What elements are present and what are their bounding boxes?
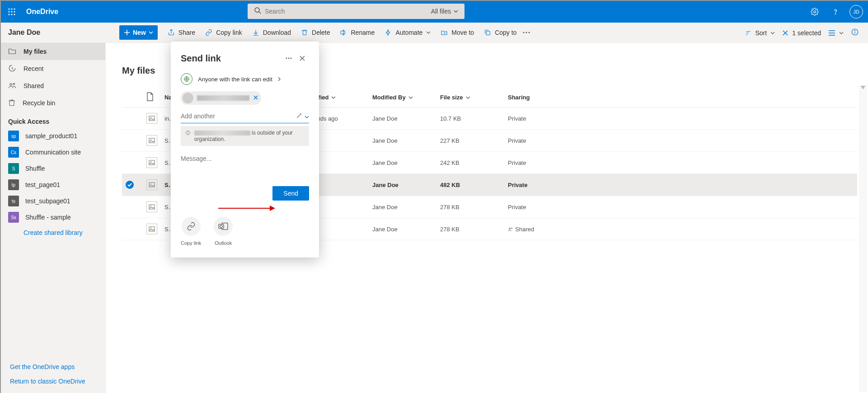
automate-icon [385,29,392,36]
return-classic-link[interactable]: Return to classic OneDrive [10,378,105,385]
close-icon [782,30,788,36]
svg-point-51 [509,228,511,229]
get-onedrive-apps-link[interactable]: Get the OneDrive apps [10,363,105,370]
cmd-label: Delete [312,29,330,36]
send-button[interactable]: Send [272,186,309,201]
clock-icon [8,64,16,74]
col-modified-by[interactable]: Modified By [369,88,436,108]
view-button[interactable] [828,30,844,36]
svg-point-55 [291,58,292,59]
cmd-share[interactable]: Share [168,29,195,36]
svg-rect-43 [149,160,155,165]
help-button[interactable] [826,1,845,23]
copy-link-icon [182,217,201,236]
copy-to-icon [484,29,491,36]
account-name[interactable]: Jane Doe [8,28,119,37]
qa-item[interactable]: tstest_subpage01 [1,193,105,209]
svg-point-36 [854,30,855,31]
info-icon [851,28,859,36]
edit-permission-button[interactable] [296,112,303,120]
remove-recipient-button[interactable] [253,94,258,102]
cell-sharing: Shared [508,226,534,233]
cmd-move-to[interactable]: Move to [441,29,474,36]
vertical-scrollbar[interactable] [859,85,867,392]
create-shared-library-link[interactable]: Create shared library [1,229,105,236]
svg-point-4 [11,11,12,12]
new-button[interactable]: New [119,25,158,40]
qa-item[interactable]: spsample_product01 [1,128,105,144]
search-box[interactable]: All files [248,4,464,19]
cmd-copy-to[interactable]: Copy to [484,29,516,36]
site-tile-icon: S [8,163,19,174]
image-file-icon [146,224,157,234]
qa-item[interactable]: SsShuffle - sample [1,209,105,225]
nav-item-label: Recent [23,65,43,72]
svg-point-5 [14,11,15,12]
cell-sharing: Private [508,115,526,122]
message-input[interactable] [181,155,309,162]
dialog-more-button[interactable] [282,51,296,65]
svg-point-37 [10,83,12,85]
row-selected-indicator[interactable] [126,181,134,189]
svg-point-38 [13,83,15,85]
sort-button[interactable]: Sort [745,29,775,37]
site-tile-icon: tp [8,179,19,190]
recipient-chip[interactable] [181,91,261,105]
chevron-right-icon [278,77,281,81]
nav-item-recent[interactable]: Recent [1,60,105,77]
nav-item-my-files[interactable]: My files [1,43,105,60]
cell-modified-by: Jane Doe [372,182,399,188]
cmd-automate[interactable]: Automate [385,29,431,36]
more-icon [286,57,292,59]
qa-item[interactable]: SShuffle [1,160,105,177]
col-sharing[interactable]: Sharing [504,88,857,108]
copy-link-tile[interactable]: Copy link [181,217,201,246]
add-recipient-input[interactable] [181,111,296,122]
search-scope-dropdown[interactable]: All files [427,8,464,15]
cmd-overflow[interactable] [523,32,530,33]
cmd-delete[interactable]: Delete [301,29,330,36]
cmd-rename[interactable]: Rename [340,29,375,36]
avatar-icon [183,93,193,103]
close-icon [253,95,258,100]
svg-point-7 [11,14,12,15]
top-actions: JD [805,1,866,23]
nav-item-shared[interactable]: Shared [1,77,105,94]
cmd-copy-link[interactable]: Copy link [205,29,242,36]
cmd-label: Copy link [216,29,242,36]
account-button[interactable]: JD [846,1,866,23]
info-icon [185,130,191,136]
permission-text: Anyone with the link can edit [198,76,272,83]
file-header-icon [146,92,154,101]
dialog-close-button[interactable] [296,51,309,65]
svg-point-6 [8,14,9,15]
chevron-down-icon [770,32,775,34]
svg-rect-47 [149,205,155,209]
settings-button[interactable] [805,1,825,23]
dialog-title: Send link [181,53,282,64]
nav-item-recycle-bin[interactable]: Recycle bin [1,94,105,112]
selection-count[interactable]: 1 selected [782,29,821,37]
cmd-download[interactable]: Download [252,29,291,36]
col-file-size[interactable]: File size [436,88,504,108]
avatar: JD [849,5,863,19]
image-file-icon [146,157,157,168]
app-launcher-button[interactable] [1,1,23,23]
selection-count-label: 1 selected [792,29,821,37]
svg-point-2 [14,8,15,9]
app-title[interactable]: OneDrive [26,8,58,16]
external-user-warning: is outside of your organization. [181,126,309,146]
permission-chevron[interactable] [305,112,309,120]
search-input[interactable] [265,8,427,15]
details-pane-button[interactable] [851,28,859,37]
qa-item[interactable]: tptest_page01 [1,177,105,193]
qa-item-label: test_subpage01 [25,197,70,205]
svg-point-44 [150,161,151,162]
trash-icon [301,29,308,36]
qa-item[interactable]: CsCommunication site [1,144,105,160]
image-file-icon [146,201,157,212]
link-permission-button[interactable]: Anyone with the link can edit [181,73,309,85]
outlook-tile[interactable]: Outlook [214,217,233,246]
trash-icon [8,98,15,108]
svg-rect-22 [486,31,490,35]
